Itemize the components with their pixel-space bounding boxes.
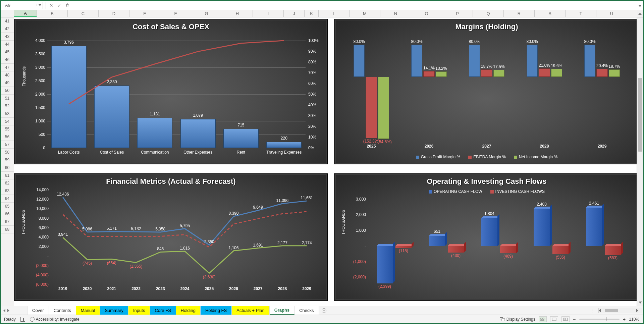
column-header-N[interactable]: N [380,10,411,17]
view-page-layout-button[interactable] [550,316,558,322]
row-header-64[interactable]: 64 [1,195,14,203]
sheet-tab-inputs[interactable]: Inputs [128,306,150,315]
bar [534,209,550,246]
column-header-E[interactable]: E [129,10,160,17]
row-header-55[interactable]: 55 [1,125,14,133]
column-header-B[interactable]: B [37,10,68,17]
column-header-R[interactable]: R [504,10,535,17]
sheet-tab-holding-fs[interactable]: Holding FS [201,306,232,315]
column-header-P[interactable]: P [442,10,473,17]
row-header-42[interactable]: 42 [1,25,14,33]
column-header-Q[interactable]: Q [473,10,504,17]
bar-value-label: 80.0% [354,39,365,44]
row-header-63[interactable]: 63 [1,187,14,195]
hscroll-thumb[interactable] [605,309,618,312]
row-header-53[interactable]: 53 [1,110,14,118]
name-box[interactable]: A9 [3,2,43,9]
sheet-tab-holding[interactable]: Holding [176,306,201,315]
row-header-62[interactable]: 62 [1,179,14,187]
sheet-tab-core-fs[interactable]: Core FS [150,306,176,315]
bar-value-label: 13.2% [435,66,447,71]
column-header-C[interactable]: C [68,10,99,17]
horizontal-scrollbar[interactable] [598,308,642,313]
row-header-58[interactable]: 58 [1,149,14,156]
column-header-J[interactable]: J [284,10,305,17]
row-header-44[interactable]: 44 [1,41,14,48]
tab-scroll-handle[interactable]: ⋮ [587,308,597,313]
row-header-66[interactable]: 66 [1,210,14,218]
column-header-F[interactable]: F [160,10,191,17]
vscroll-up-button[interactable] [637,10,643,17]
tab-nav-prev[interactable] [3,309,5,312]
row-header-46[interactable]: 46 [1,56,14,64]
column-header-U[interactable]: U [596,10,627,17]
y-axis-title: Thousands [22,66,26,86]
zoom-in-button[interactable]: + [623,316,626,322]
cancel-edit-icon[interactable]: ✕ [47,2,55,9]
row-header-43[interactable]: 43 [1,33,14,41]
column-header-H[interactable]: H [222,10,253,17]
zoom-slider[interactable] [579,319,620,320]
row-header-51[interactable]: 51 [1,95,14,102]
sheet-tab-manual[interactable]: Manual [76,306,100,315]
column-header-A[interactable]: A [14,10,37,17]
sheet-tab-contents[interactable]: Contents [49,306,76,315]
insert-function-icon[interactable]: fx [63,2,71,9]
select-all-corner[interactable] [1,10,14,17]
display-settings-button[interactable]: Display Settings [500,317,535,322]
column-header-D[interactable]: D [99,10,129,17]
row-header-56[interactable]: 56 [1,133,14,141]
category-label: Other Expenses [183,148,212,155]
sheet-tab-checks[interactable]: Checks [294,306,319,315]
column-header-T[interactable]: T [566,10,596,17]
column-header-I[interactable]: I [253,10,284,17]
row-header-50[interactable]: 50 [1,87,14,95]
row-header-67[interactable]: 67 [1,218,14,226]
bar-value-label: 80.0% [411,39,423,44]
column-header-S[interactable]: S [535,10,566,17]
row-header-65[interactable]: 65 [1,203,14,210]
view-normal-button[interactable] [539,316,547,322]
vscroll-thumb[interactable] [638,78,642,152]
vscroll-down-button[interactable] [638,300,643,305]
column-header-K[interactable]: K [305,10,319,17]
row-header-52[interactable]: 52 [1,102,14,110]
confirm-edit-icon[interactable]: ✓ [55,2,63,9]
add-sheet-button[interactable] [319,306,329,315]
row-header-45[interactable]: 45 [1,48,14,56]
sheet-tab-cover[interactable]: Cover [28,306,49,315]
row-header-60[interactable]: 60 [1,164,14,172]
divider [46,2,46,9]
formula-input[interactable] [71,2,636,9]
tab-nav-next[interactable] [7,309,9,312]
category-label: 2026 [425,142,434,149]
sheet-tab-graphs[interactable]: Graphs [270,306,295,315]
row-header-47[interactable]: 47 [1,64,14,71]
macro-record-icon[interactable] [20,317,25,322]
column-header-O[interactable]: O [411,10,442,17]
zoom-out-button[interactable]: − [573,316,576,322]
sheet-tab-summary[interactable]: Summary [100,306,128,315]
category-label: Rent [237,148,245,155]
sheet-tab-actuals-plan[interactable]: Actuals + Plan [232,306,269,315]
hscroll-left[interactable] [599,309,604,312]
column-header-M[interactable]: M [350,10,380,17]
row-header-49[interactable]: 49 [1,79,14,87]
view-page-break-button[interactable] [561,316,570,322]
row-header-57[interactable]: 57 [1,141,14,149]
column-header-L[interactable]: L [319,10,350,17]
zoom-level[interactable]: 110% [629,317,639,322]
hscroll-right[interactable] [636,309,642,312]
row-header-61[interactable]: 61 [1,172,14,179]
vertical-scrollbar[interactable] [637,17,643,306]
row-header-54[interactable]: 54 [1,118,14,125]
row-header-48[interactable]: 48 [1,71,14,79]
name-box-dropdown[interactable] [37,4,43,6]
legend-entry: Net Income Margin % [514,155,557,159]
row-header-68[interactable]: 68 [1,226,14,233]
accessibility-status[interactable]: Accessibility: Investigate [30,317,79,322]
row-header-59[interactable]: 59 [1,156,14,164]
column-header-G[interactable]: G [191,10,222,17]
formula-bar-expand[interactable] [636,2,643,8]
row-header-41[interactable]: 41 [1,17,14,25]
